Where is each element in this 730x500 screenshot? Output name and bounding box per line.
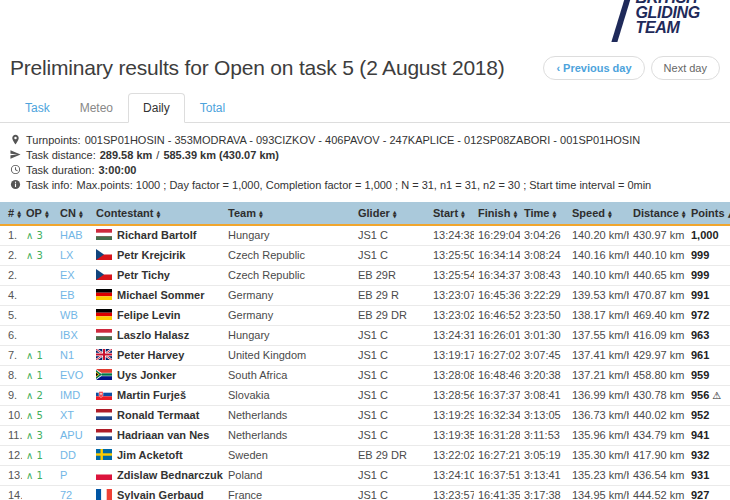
speed-cell: 138.17 km/h [568,306,629,326]
glider-cell: JS1 C [354,366,429,386]
column-header-glider[interactable]: Glider▲▼ [354,202,429,225]
table-row: 2.EXPetr TichyCzech RepublicEB 29R13:25:… [0,266,730,286]
info-icon [10,179,21,190]
points-cell: 956⚠ [687,386,730,406]
column-header-start[interactable]: Start▲▼ [429,202,474,225]
contestant-name: Ronald Termaat [117,409,199,421]
finish-cell: 16:41:35 [474,486,520,500]
time-cell: 3:17:38 [520,486,568,500]
contestant-cell: Peter Harvey [92,346,224,366]
task-info-block: Turnpoints:001SP01HOSIN - 353MODRAVA - 0… [0,123,730,200]
british-gliding-team-logo: BRITISH GLIDING TEAM [619,0,700,42]
clock-icon [10,164,21,175]
finish-cell: 16:27:02 [474,346,520,366]
speed-cell: 136.73 km/h [568,406,629,426]
time-cell: 3:11:53 [520,426,568,446]
column-header-cn[interactable]: CN▲▼ [56,202,92,225]
country-flag-icon-hu [96,229,112,240]
task-info-label: Task info: [26,179,72,191]
task-duration-label: Task duration: [26,164,94,176]
start-cell: 13:25:54 [429,266,474,286]
distance-cell: 416.09 km [629,326,687,346]
distance-cell: 469.40 km [629,306,687,326]
column-header-finish[interactable]: Finish▲▼ [474,202,520,225]
team-cell: Netherlands [224,406,354,426]
sort-icon: ▲▼ [79,210,83,219]
cn-cell: DD [56,446,92,466]
team-cell: Hungary [224,225,354,246]
distance-cell: 444.52 km [629,486,687,500]
start-cell: 13:19:29 [429,406,474,426]
distance-cell: 458.80 km [629,366,687,386]
column-header-team[interactable]: Team▲▼ [224,202,354,225]
contestant-cell: Hadriaan van Nes [92,426,224,446]
column-header-rank[interactable]: #▲▼ [0,202,22,225]
points-cell: 961 [687,346,730,366]
points-cell: 931 [687,466,730,486]
team-cell: United Kingdom [224,346,354,366]
task-info-value: Max.points: 1000 ; Day factor = 1,000, C… [76,179,651,191]
column-header-time[interactable]: Time▲▼ [520,202,568,225]
distance-cell: 434.79 km [629,426,687,446]
table-row: 8.∧ 1EVOUys JonkerSouth AfricaJS1 C13:28… [0,366,730,386]
distance-cell: 440.02 km [629,406,687,426]
page-header: Preliminary results for Open on task 5 (… [10,56,720,80]
rank-cell: 12. [0,446,22,466]
tab-daily[interactable]: Daily [128,93,185,123]
logo-slash-icon [612,0,633,42]
cn-cell: IBX [56,326,92,346]
glider-cell: JS1 C [354,406,429,426]
speed-cell: 134.95 km/h [568,486,629,500]
cn-cell: XT [56,406,92,426]
next-day-button[interactable]: Next day [651,56,720,80]
team-cell: Czech Republic [224,246,354,266]
column-header-distance[interactable]: Distance▲▼ [629,202,687,225]
time-cell: 3:20:38 [520,366,568,386]
rank-cell: 14. [0,486,22,500]
previous-day-button[interactable]: ‹Previous day [543,56,644,80]
contestant-name: Martin Furješ [117,389,186,401]
contestant-name: Felipe Levin [117,309,181,321]
tab-total[interactable]: Total [185,93,240,123]
warning-icon: ⚠ [712,390,721,401]
time-cell: 3:05:19 [520,446,568,466]
sort-icon: ▲▼ [608,210,612,219]
map-pin-icon [10,134,21,145]
column-header-points[interactable]: Points▲ [687,202,730,225]
contestant-name: Zdislaw Bednarczuk [117,469,223,481]
table-row: 7.∧ 1N1Peter HarveyUnited KingdomJS1 C13… [0,346,730,366]
time-cell: 3:01:30 [520,326,568,346]
contestant-cell: Jim Acketoft [92,446,224,466]
op-change-cell: ∧ 1 [22,466,56,486]
cn-cell: HAB [56,225,92,246]
column-header-contestant[interactable]: Contestant▲▼ [92,202,224,225]
sort-icon: ▲▼ [156,210,160,219]
contestant-cell: Uys Jonker [92,366,224,386]
glider-cell: EB 29 DR [354,306,429,326]
start-cell: 13:24:10 [429,466,474,486]
points-cell: 999 [687,246,730,266]
cn-cell: EB [56,286,92,306]
task-distance-max: 585.39 km [163,149,216,161]
finish-cell: 16:45:36 [474,286,520,306]
tab-meteo[interactable]: Meteo [65,93,128,123]
op-change-cell: ∧ 3 [22,426,56,446]
cn-cell: WB [56,306,92,326]
page-title: Preliminary results for Open on task 5 (… [10,56,505,80]
rank-cell: 2. [0,266,22,286]
chevron-left-icon: ‹ [556,62,560,74]
start-cell: 13:28:56 [429,386,474,406]
column-header-op[interactable]: OP▲▼ [22,202,56,225]
time-cell: 3:23:50 [520,306,568,326]
column-header-speed[interactable]: Speed▲▼ [568,202,629,225]
time-cell: 3:08:41 [520,386,568,406]
table-row: 11.∧ 3APUHadriaan van NesNetherlandsJS1 … [0,426,730,446]
speed-cell: 137.41 km/h [568,346,629,366]
team-cell: Hungary [224,326,354,346]
column-label: OP [26,207,42,219]
rank-cell: 4. [0,286,22,306]
points-cell: 963 [687,326,730,346]
contestant-name: Petr Tichy [117,269,170,281]
tab-task[interactable]: Task [10,93,65,123]
speed-cell: 140.10 km/h [568,266,629,286]
